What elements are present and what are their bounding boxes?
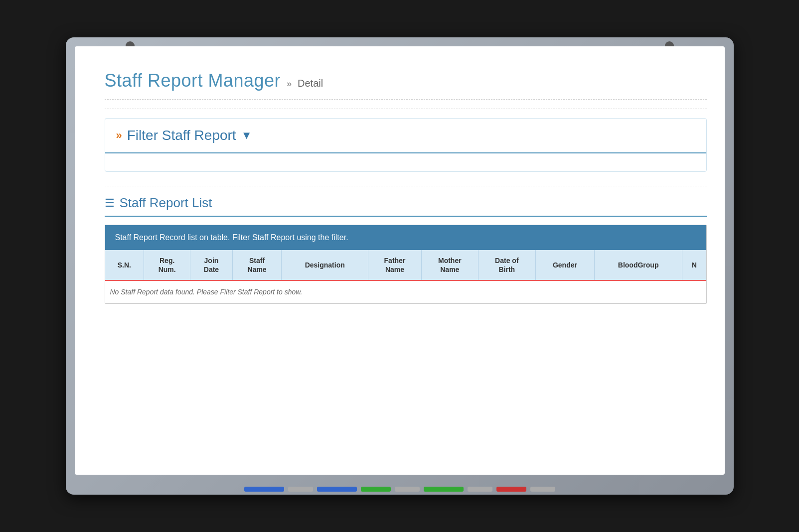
col-gender: Gender — [535, 250, 594, 280]
divider-top — [105, 109, 707, 109]
staff-report-table: S.N. Reg.Num. JoinDate StaffName Designa… — [105, 250, 706, 303]
list-lines-icon: ☰ — [105, 197, 115, 210]
col-father-name: FatherName — [368, 250, 422, 280]
col-mother-name: MotherName — [421, 250, 478, 280]
list-section: ☰ Staff Report List Staff Report Record … — [105, 195, 707, 304]
col-join-date: JoinDate — [190, 250, 233, 280]
list-title: Staff Report List — [120, 195, 212, 211]
content-area: Staff Report Manager » Detail » Filter S… — [75, 46, 725, 322]
col-sn: S.N. — [105, 250, 144, 280]
bottom-btn-4 — [361, 487, 391, 492]
bottom-btn-6 — [424, 487, 464, 492]
filter-title: Filter Staff Report — [127, 128, 236, 143]
filter-funnel-icon: ▼ — [241, 129, 252, 142]
bottom-btn-2 — [288, 487, 313, 492]
monitor-frame: Staff Report Manager » Detail » Filter S… — [66, 37, 734, 495]
col-staff-name: StaffName — [232, 250, 282, 280]
breadcrumb-detail: Detail — [298, 78, 323, 89]
filter-chevron-icon: » — [116, 129, 122, 142]
no-data-message: No Staff Report data found. Please Filte… — [105, 280, 706, 303]
filter-section: » Filter Staff Report ▼ — [105, 118, 707, 172]
bottom-btn-1 — [244, 487, 284, 492]
col-dob: Date ofBirth — [478, 250, 535, 280]
filter-body — [105, 153, 706, 171]
monitor-screen: Staff Report Manager » Detail » Filter S… — [75, 46, 725, 475]
list-header: ☰ Staff Report List — [105, 195, 707, 217]
no-data-row: No Staff Report data found. Please Filte… — [105, 280, 706, 303]
page-title: Staff Report Manager — [105, 70, 281, 91]
table-container: Staff Report Record list on table. Filte… — [105, 225, 707, 304]
table-info-bar: Staff Report Record list on table. Filte… — [105, 225, 706, 250]
page-title-area: Staff Report Manager » Detail — [105, 60, 707, 100]
breadcrumb: Staff Report Manager » Detail — [105, 70, 707, 91]
monitor-bottom-bar — [244, 487, 555, 492]
bottom-btn-7 — [468, 487, 492, 492]
col-reg-num: Reg.Num. — [144, 250, 190, 280]
table-header-row: S.N. Reg.Num. JoinDate StaffName Designa… — [105, 250, 706, 280]
col-extra: N — [682, 250, 706, 280]
col-bloodgroup: BloodGroup — [594, 250, 682, 280]
col-designation: Designation — [282, 250, 368, 280]
bottom-btn-3 — [317, 487, 357, 492]
bottom-btn-5 — [395, 487, 420, 492]
bottom-btn-9 — [530, 487, 555, 492]
divider-middle — [105, 186, 707, 186]
breadcrumb-separator: » — [287, 79, 292, 89]
filter-header[interactable]: » Filter Staff Report ▼ — [105, 119, 706, 153]
bottom-btn-8 — [496, 487, 526, 492]
